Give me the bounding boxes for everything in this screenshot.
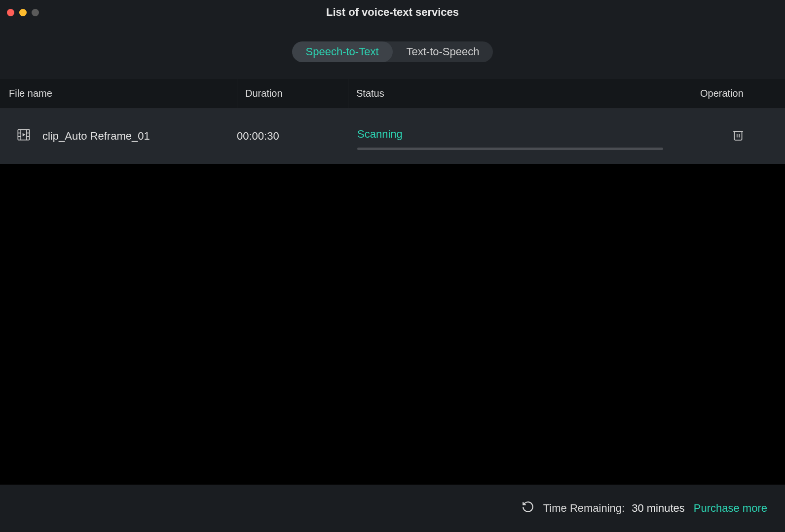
film-icon <box>17 128 31 145</box>
tab-text-to-speech[interactable]: Text-to-Speech <box>393 41 493 62</box>
tabs-container: Speech-to-Text Text-to-Speech <box>292 41 493 62</box>
header-operation: Operation <box>692 88 785 99</box>
time-remaining-value: 30 minutes <box>632 502 685 515</box>
cell-status: Scanning <box>347 123 691 150</box>
delete-button[interactable] <box>732 128 745 144</box>
titlebar: List of voice-text services <box>0 0 785 25</box>
minimize-window-button[interactable] <box>19 9 27 16</box>
purchase-more-link[interactable]: Purchase more <box>694 502 767 515</box>
table-body: clip_Auto Reframe_01 00:00:30 Scanning <box>0 109 785 485</box>
refresh-button[interactable] <box>522 500 534 516</box>
maximize-window-button[interactable] <box>32 9 39 16</box>
table-header: File name Duration Status Operation <box>0 79 785 109</box>
tab-speech-to-text[interactable]: Speech-to-Text <box>292 41 393 62</box>
header-duration: Duration <box>237 88 348 99</box>
status-text: Scanning <box>357 128 671 141</box>
window-title: List of voice-text services <box>326 6 459 19</box>
trash-icon <box>732 128 745 144</box>
cell-file-name: clip_Auto Reframe_01 <box>0 128 237 145</box>
refresh-icon <box>522 500 534 516</box>
time-remaining-label: Time Remaining: <box>543 502 625 515</box>
cell-operation <box>691 128 785 144</box>
file-name-text: clip_Auto Reframe_01 <box>42 130 150 143</box>
progress-bar <box>357 148 663 150</box>
header-status: Status <box>348 88 692 99</box>
tabs-section: Speech-to-Text Text-to-Speech <box>0 25 785 79</box>
table-row: clip_Auto Reframe_01 00:00:30 Scanning <box>0 109 785 164</box>
window: List of voice-text services Speech-to-Te… <box>0 0 785 532</box>
close-window-button[interactable] <box>7 9 14 16</box>
footer: Time Remaining: 30 minutes Purchase more <box>0 485 785 532</box>
window-controls <box>7 9 39 16</box>
svg-marker-7 <box>23 133 26 137</box>
duration-text: 00:00:30 <box>237 130 279 143</box>
header-file-name: File name <box>0 88 237 99</box>
cell-duration: 00:00:30 <box>237 130 347 143</box>
